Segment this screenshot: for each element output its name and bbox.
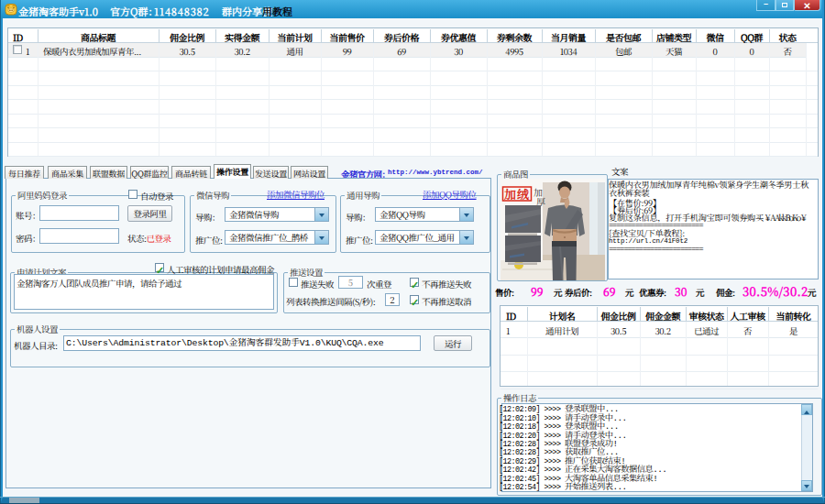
svg-text:加绒: 加绒 (503, 185, 530, 203)
